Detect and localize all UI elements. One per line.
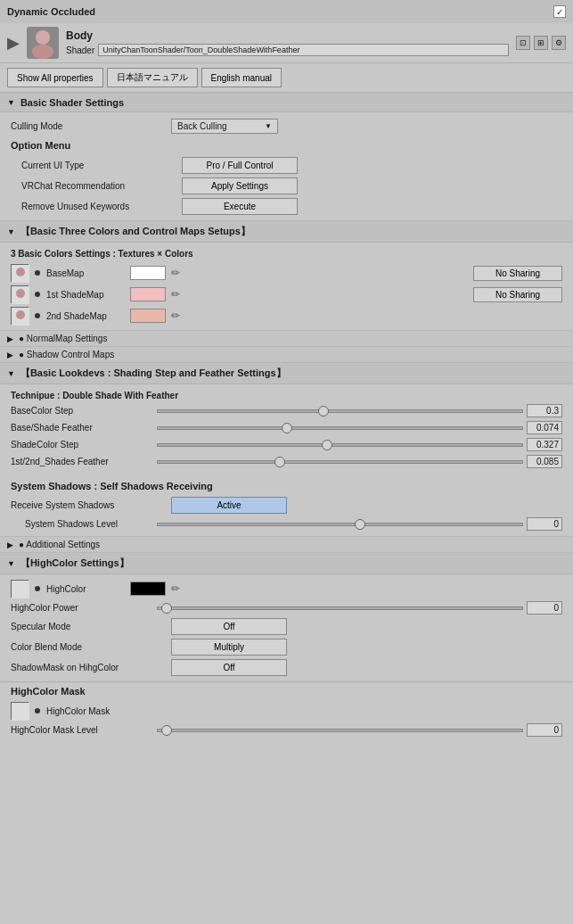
shade-color-step-value[interactable]: 0.327 [527,438,562,451]
dynamic-occluded-checkbox[interactable] [553,5,566,18]
highcolor-mask-level-track[interactable] [157,729,523,732]
svg-point-7 [16,310,25,319]
shademap1-thumb [11,285,29,303]
highcolor-mask-level-label: HighColor Mask Level [11,725,153,735]
base-shade-feather-thumb[interactable] [282,423,292,433]
apply-settings-button[interactable]: Apply Settings [182,177,298,194]
main-panel: Dynamic Occluded ▶ Body Shader UnityChan… [0,0,573,742]
highcolor-mask-row: HighColor Mask [0,700,573,722]
additional-settings-header[interactable]: ● Additional Settings [0,536,573,552]
system-shadows-level-value[interactable]: 0 [527,517,562,531]
shades-feather-thumb[interactable] [274,457,285,467]
shadowmask-label: ShadowMask on HihgColor [11,663,171,672]
vrchat-recommendation-row: VRChat Recommendation Apply Settings [11,176,573,196]
highcolor-power-row: HighColor Power 0 [0,599,573,616]
shademap2-picker-icon[interactable]: ✏ [171,309,180,322]
receive-system-shadows-label: Receive System Shadows [11,500,171,510]
basemap-picker-icon[interactable]: ✏ [171,267,180,279]
shademap1-color-swatch[interactable] [130,287,166,301]
basic-three-colors-title: 【Basic Three Colors and Control Maps Set… [20,225,250,238]
basemap-row: BaseMap ✏ No Sharing [0,262,573,284]
current-ui-type-label: Current UI Type [21,161,182,170]
shade-color-step-track[interactable] [157,443,523,447]
normalmap-settings-header[interactable]: ● NormalMap Settings [0,330,573,346]
shademap1-no-sharing-button[interactable]: No Sharing [473,287,562,302]
base-color-step-track[interactable] [157,409,523,413]
shader-row: Shader UnityChanToonShader/Toon_DoubleSh… [66,44,509,56]
basemap-color-swatch[interactable] [130,266,166,280]
color-blend-mode-value: Multiply [171,639,562,656]
basic-shader-settings-header[interactable]: Basic Shader Settings [0,93,573,112]
body-icon-3[interactable]: ⚙ [552,36,566,50]
base-color-step-row: BaseColor Step 0.3 [0,402,573,419]
highcolor-power-thumb[interactable] [161,603,172,614]
basic-three-colors-content: 3 Basic Colors Settings : Textures × Col… [0,243,573,330]
color-blend-mode-row: Color Blend Mode Multiply [0,637,573,657]
shade-color-step-thumb[interactable] [322,440,332,450]
svg-point-5 [16,289,25,298]
current-ui-type-button[interactable]: Pro / Full Control [182,157,298,174]
dynamic-occluded-label: Dynamic Occluded [7,6,548,17]
basic-shader-settings-title: Basic Shader Settings [20,97,124,108]
highcolor-mask-level-row: HighColor Mask Level 0 [0,722,573,742]
receive-system-shadows-row: Receive System Shadows Active [0,495,573,516]
body-icon-1[interactable]: ⊡ [516,36,530,50]
highcolor-power-value[interactable]: 0 [527,601,562,615]
basic-three-colors-header[interactable]: 【Basic Three Colors and Control Maps Set… [0,220,573,243]
specular-mode-value: Off [171,618,562,635]
system-shadows-level-thumb[interactable] [355,519,365,530]
system-shadows-title: System Shadows : Self Shadows Receiving [11,481,213,491]
culling-mode-label: Culling Mode [11,121,171,131]
shades-feather-value[interactable]: 0.085 [527,455,562,468]
current-ui-type-row: Current UI Type Pro / Full Control [11,155,573,176]
body-name: Body [66,29,509,42]
receive-system-shadows-button[interactable]: Active [171,497,287,514]
system-shadows-level-row: System Shadows Level 0 [0,516,573,532]
shade-color-step-label: ShadeColor Step [11,440,153,450]
basic-lookdevs-header[interactable]: 【Basic Lookdevs : Shading Step and Feath… [0,362,573,384]
highcolor-settings-title: 【HighColor Settings】 [20,557,129,570]
highcolor-mask-thumb [11,702,29,720]
option-menu-label: Option Menu [11,140,70,151]
highcolor-color-swatch[interactable] [130,582,166,596]
vrchat-recommendation-value: Apply Settings [182,177,562,194]
highcolor-power-track[interactable] [157,606,523,610]
highcolor-settings-header[interactable]: 【HighColor Settings】 [0,552,573,574]
highcolor-dot [35,586,40,591]
base-color-step-thumb[interactable] [318,406,329,417]
additional-settings-title: ● Additional Settings [19,540,100,549]
vrchat-recommendation-label: VRChat Recommendation [21,181,182,191]
shades-feather-track[interactable] [157,460,523,464]
shademap1-picker-icon[interactable]: ✏ [171,288,180,301]
culling-mode-select[interactable]: Back Culling [171,119,278,134]
shadowmask-button[interactable]: Off [171,659,287,676]
highcolor-mask-level-thumb[interactable] [161,725,172,736]
japanese-manual-button[interactable]: 日本語マニュアル [107,68,198,87]
body-row: ▶ Body Shader UnityChanToonShader/Toon_D… [0,23,573,63]
execute-button[interactable]: Execute [182,198,298,215]
shademap1-row: 1st ShadeMap ✏ No Sharing [0,284,573,305]
highcolor-row: HighColor ✏ [0,578,573,599]
shademap2-color-swatch[interactable] [130,309,166,323]
base-shade-feather-value[interactable]: 0.074 [527,421,562,434]
system-shadows-level-track[interactable] [157,523,523,526]
highcolor-mask-level-value[interactable]: 0 [527,723,562,737]
base-shade-feather-track[interactable] [157,426,523,430]
shader-value[interactable]: UnityChanToonShader/Toon_DoubleShadeWith… [98,44,509,56]
body-icons: ⊡ ⊞ ⚙ [516,36,566,50]
highcolor-power-label: HighColor Power [11,603,153,613]
basemap-no-sharing-button[interactable]: No Sharing [473,266,562,281]
expand-arrow[interactable]: ▶ [7,33,20,53]
shade-color-step-row: ShadeColor Step 0.327 [0,436,573,453]
color-blend-mode-button[interactable]: Multiply [171,639,287,656]
highcolor-picker-icon[interactable]: ✏ [171,582,180,595]
shadow-control-maps-header[interactable]: ● Shadow Control Maps [0,346,573,362]
show-properties-button[interactable]: Show All properties [7,68,103,87]
system-shadows-level-label: System Shadows Level [11,519,153,529]
specular-mode-button[interactable]: Off [171,618,287,635]
body-icon-2[interactable]: ⊞ [534,36,548,50]
svg-rect-9 [12,703,29,721]
base-color-step-value[interactable]: 0.3 [527,404,562,417]
shademap1-label: 1st ShadeMap [46,290,127,300]
english-manual-button[interactable]: English manual [201,68,282,87]
